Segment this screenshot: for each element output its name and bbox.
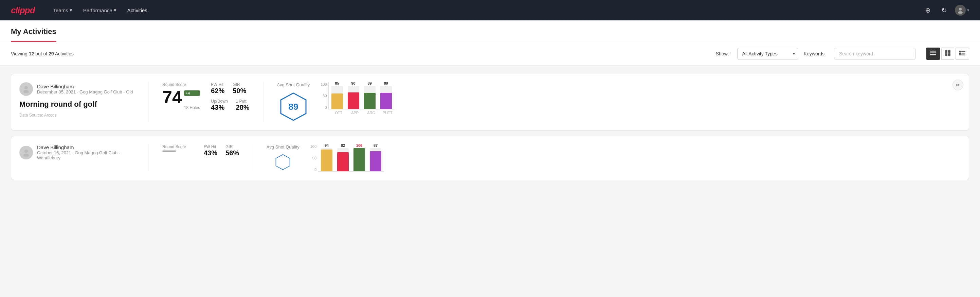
card-left: Dave Billingham December 05, 2021 · Gog … — [19, 82, 135, 122]
chart-col-putt-2: 87 — [370, 144, 381, 171]
edit-button[interactable]: ✏ — [953, 80, 963, 90]
updown-label: Up/Down — [211, 99, 228, 104]
svg-rect-12 — [961, 53, 966, 54]
arg-label: ARG — [365, 111, 377, 115]
svg-point-19 — [24, 153, 29, 156]
oneputt-col: 1 Putt 28% — [236, 99, 250, 112]
svg-rect-3 — [930, 53, 936, 54]
round-score-label: Round Score — [162, 82, 200, 87]
chart-col-ott: 85 — [331, 81, 343, 109]
grid-view-button[interactable] — [941, 48, 954, 60]
nav-items: Teams ▾ Performance ▾ Activities — [49, 5, 922, 16]
user-info: Dave Billingham December 05, 2021 · Gog … — [37, 84, 133, 94]
svg-point-15 — [24, 86, 28, 89]
user-menu[interactable]: ▾ — [955, 5, 969, 16]
shot-quality-chart-2: 100 50 0 94 82 — [310, 144, 384, 172]
chart-col-arg-2: 106 — [353, 144, 365, 171]
app-label: APP — [349, 111, 361, 115]
fw-gir-group-2: FW Hit 43% GIR 56% — [204, 144, 239, 157]
page-header: My Activities — [0, 21, 980, 42]
list-detail-view-button[interactable] — [956, 48, 969, 60]
score-row-2 — [162, 150, 193, 152]
chart-col-arg: 89 — [364, 81, 375, 109]
gir-col-2: GIR 56% — [226, 144, 239, 157]
fw-gir-group: FW Hit 62% GIR 50% Up/Down 43% 1 Putt — [211, 82, 249, 112]
card-quality: Avg Shot Quality 89 100 50 0 — [277, 82, 395, 122]
svg-rect-14 — [961, 55, 966, 56]
main-content: ✏ Dave Billingham December 05, 2021 · Go… — [0, 65, 980, 194]
svg-rect-13 — [959, 54, 961, 55]
keywords-label: Keywords: — [804, 51, 826, 56]
divider-3 — [253, 144, 253, 172]
quality-section: Avg Shot Quality 89 — [277, 82, 310, 122]
search-input[interactable] — [834, 48, 915, 59]
card-left-2: Dave Billingham October 16, 2021 · Gog M… — [19, 144, 135, 172]
hexagon: 89 — [278, 91, 309, 122]
fw-hit-label-2: FW Hit — [204, 144, 217, 149]
gir-col: GIR 50% — [232, 82, 246, 95]
oneputt-value: 28% — [236, 104, 250, 112]
score-number: 74 — [162, 88, 182, 106]
avatar — [955, 5, 966, 16]
user-name: Dave Billingham — [37, 84, 133, 89]
round-score-label-2: Round Score — [162, 144, 193, 149]
stat-pair-2: FW Hit 43% GIR 56% — [204, 144, 239, 157]
app-bar-wrap — [348, 86, 359, 109]
hexagon-2 — [274, 153, 291, 171]
list-compact-view-button[interactable] — [926, 48, 940, 60]
svg-rect-11 — [959, 53, 961, 54]
activity-card: ✏ Dave Billingham December 05, 2021 · Go… — [11, 74, 969, 131]
refresh-icon[interactable]: ↻ — [939, 5, 950, 16]
page-title: My Activities — [11, 21, 56, 42]
user-date-2: October 16, 2021 · Gog Magog Golf Club -… — [37, 150, 135, 160]
oneputt-label: 1 Putt — [236, 99, 250, 104]
fw-hit-label: FW Hit — [211, 82, 224, 87]
putt-value: 89 — [384, 81, 388, 85]
user-row: Dave Billingham December 05, 2021 · Gog … — [19, 82, 135, 96]
svg-rect-10 — [961, 51, 966, 52]
arg-bar-wrap — [364, 86, 375, 109]
round-score-group-2: Round Score — [162, 144, 193, 152]
nav-teams[interactable]: Teams ▾ — [49, 5, 77, 16]
stat-pair-bottom: Up/Down 43% 1 Putt 28% — [211, 99, 249, 112]
add-icon[interactable]: ⊕ — [922, 5, 933, 16]
logo: clippd — [11, 5, 35, 16]
chevron-down-icon: ▾ — [70, 7, 72, 13]
avatar — [19, 82, 33, 96]
activity-type-select[interactable]: All Activity Types — [737, 48, 798, 59]
nav-activities[interactable]: Activities — [123, 5, 152, 16]
arg-value: 89 — [368, 81, 371, 85]
putt-label: PUTT — [382, 111, 393, 115]
ott-value: 85 — [335, 81, 339, 85]
avatar-2 — [19, 146, 33, 160]
nav-performance[interactable]: Performance ▾ — [78, 5, 121, 16]
chart-y-axis-2: 100 50 0 — [310, 144, 318, 172]
svg-rect-4 — [930, 54, 936, 55]
gir-label-2: GIR — [226, 144, 239, 149]
arg-bar — [364, 93, 375, 109]
svg-point-18 — [24, 150, 28, 153]
view-buttons — [926, 48, 969, 60]
chevron-down-icon: ▾ — [967, 8, 969, 13]
card-stats: Round Score 74 +4 18 Holes FW Hit 62% — [162, 82, 250, 122]
activity-card-2: Dave Billingham October 16, 2021 · Gog M… — [11, 136, 969, 180]
gir-value-2: 56% — [226, 149, 239, 157]
round-score-value: 74 +4 18 Holes — [162, 88, 200, 110]
ott-bar — [331, 93, 343, 109]
viewing-count-text: Viewing 12 out of 29 Activities — [11, 51, 74, 56]
quality-title-2: Avg Shot Quality — [267, 144, 299, 150]
svg-rect-8 — [948, 53, 950, 56]
svg-point-16 — [24, 90, 29, 93]
hexagon-wrap-2 — [267, 153, 299, 171]
quality-title: Avg Shot Quality — [277, 82, 310, 87]
svg-rect-2 — [930, 51, 936, 52]
chart-col-ott-2: 94 — [321, 144, 332, 171]
user-date: December 05, 2021 · Gog Magog Golf Club … — [37, 89, 133, 94]
fw-hit-col-2: FW Hit 43% — [204, 144, 217, 157]
chart-col-putt: 89 — [380, 81, 392, 109]
ott-bar-wrap — [331, 86, 343, 109]
svg-rect-5 — [945, 50, 947, 53]
divider-2 — [148, 144, 149, 172]
card-stats-2: Round Score FW Hit 43% GIR 56% — [162, 144, 239, 172]
score-placeholder — [162, 150, 176, 152]
